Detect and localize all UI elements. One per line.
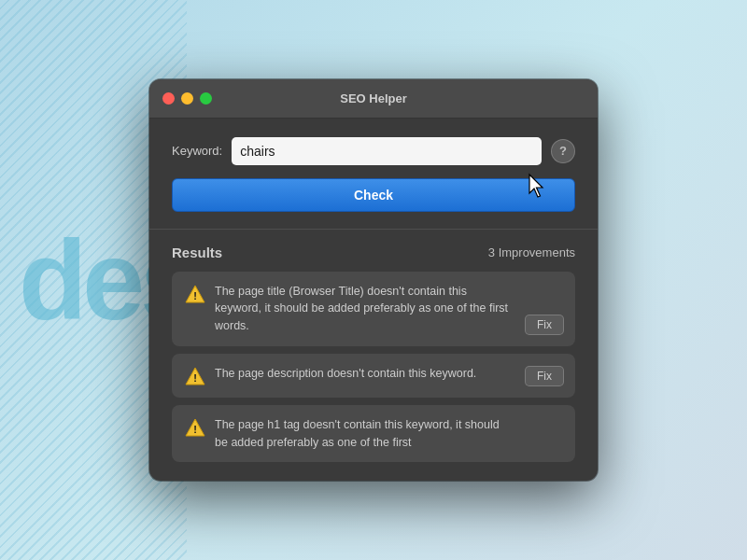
fix-button-1[interactable]: Fix xyxy=(525,315,564,335)
svg-text:!: ! xyxy=(193,424,197,435)
result-text: The page h1 tag doesn't contain this key… xyxy=(215,416,562,452)
results-label: Results xyxy=(172,245,222,260)
result-item: ! The page title (Browser Title) doesn't… xyxy=(172,272,575,346)
keyword-input[interactable] xyxy=(232,137,542,165)
improvements-badge: 3 Improvements xyxy=(488,245,575,259)
check-button[interactable]: Check xyxy=(172,178,575,212)
dialog-overlay: SEO Helper Keyword: ? Check Results 3 Im… xyxy=(0,0,747,560)
warning-icon: ! xyxy=(185,417,205,438)
result-item: ! The page h1 tag doesn't contain this k… xyxy=(172,405,575,463)
svg-text:!: ! xyxy=(193,372,197,384)
results-header: Results 3 Improvements xyxy=(172,245,575,260)
window-controls xyxy=(162,92,212,105)
help-button[interactable]: ? xyxy=(551,139,575,163)
keyword-label: Keyword: xyxy=(172,144,222,158)
maximize-button[interactable] xyxy=(200,92,212,105)
dialog-title: SEO Helper xyxy=(340,91,407,105)
dialog-body: Keyword: ? Check Results 3 Improvements xyxy=(149,119,598,482)
result-text: The page title (Browser Title) doesn't c… xyxy=(215,283,562,335)
seo-helper-dialog: SEO Helper Keyword: ? Check Results 3 Im… xyxy=(149,79,598,482)
warning-icon: ! xyxy=(185,366,205,386)
keyword-row: Keyword: ? xyxy=(172,137,575,165)
minimize-button[interactable] xyxy=(181,92,193,105)
results-list: ! The page title (Browser Title) doesn't… xyxy=(172,272,575,463)
titlebar: SEO Helper xyxy=(149,79,598,119)
close-button[interactable] xyxy=(162,92,175,105)
fix-button-2[interactable]: Fix xyxy=(525,366,564,386)
warning-icon: ! xyxy=(185,284,205,304)
result-item: ! The page description doesn't contain t… xyxy=(172,354,575,398)
divider xyxy=(149,229,598,230)
svg-text:!: ! xyxy=(193,290,197,301)
result-text: The page description doesn't contain thi… xyxy=(215,365,562,383)
